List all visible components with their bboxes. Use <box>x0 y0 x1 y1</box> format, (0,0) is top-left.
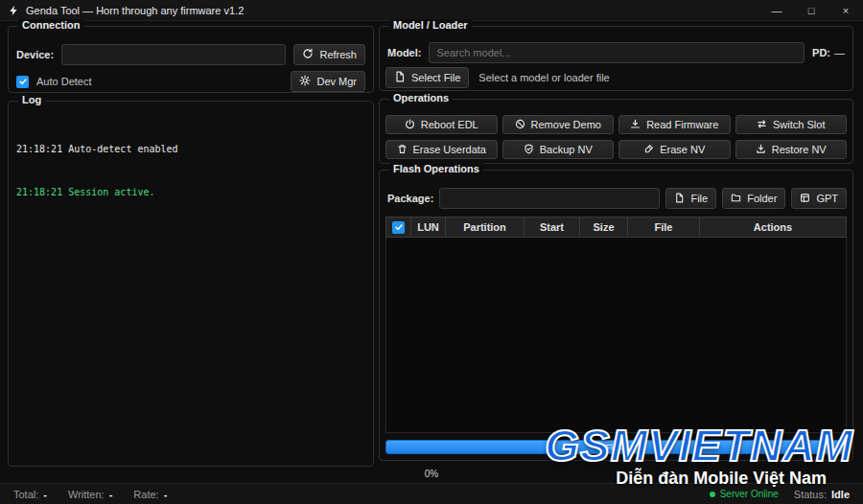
log-group-title: Log <box>18 94 45 105</box>
backup-nv-button[interactable]: Backup NV <box>502 140 615 159</box>
remove-demo-button[interactable]: Remove Demo <box>502 115 615 134</box>
status-state: Status: Idle <box>794 489 850 500</box>
refresh-icon <box>302 48 314 61</box>
app-bolt-icon <box>8 5 19 16</box>
auto-detect-label: Auto Detect <box>36 76 91 87</box>
connection-group: Connection Device: Refresh Auto Detect D… <box>8 26 374 93</box>
download-icon <box>630 119 641 131</box>
progress-percent-label: 0% <box>0 469 863 479</box>
status-rate: Rate: - <box>133 489 167 500</box>
switch-slot-button[interactable]: Switch Slot <box>735 115 848 134</box>
close-button[interactable]: × <box>828 0 863 20</box>
package-file-button[interactable]: File <box>665 188 716 209</box>
flash-operations-group: Flash Operations Package: File Folder <box>379 170 853 461</box>
partition-table-body <box>385 238 847 433</box>
flash-operations-group-title: Flash Operations <box>389 163 483 174</box>
file-icon <box>394 71 406 84</box>
table-icon <box>800 193 810 205</box>
erase-userdata-button[interactable]: Erase Userdata <box>385 140 498 159</box>
pd-indicator: PD: — <box>812 47 845 58</box>
titlebar: Genda Tool — Horn through any firmware v… <box>0 0 863 21</box>
restore-icon <box>756 144 766 156</box>
column-header-size: Size <box>580 218 628 237</box>
reboot-edl-button[interactable]: Reboot EDL <box>385 115 498 134</box>
swap-icon <box>757 119 767 131</box>
model-label: Model: <box>387 47 421 58</box>
connection-group-title: Connection <box>18 19 84 31</box>
folder-icon <box>731 193 741 205</box>
power-icon <box>405 119 415 131</box>
block-icon <box>515 119 525 131</box>
auto-detect-checkbox[interactable] <box>16 76 29 88</box>
column-header-partition: Partition <box>446 218 525 237</box>
restore-nv-button[interactable]: Restore NV <box>735 140 848 159</box>
column-header-actions: Actions <box>700 218 846 237</box>
server-online-dot <box>710 492 715 497</box>
refresh-button[interactable]: Refresh <box>293 44 365 65</box>
app-window: Genda Tool — Horn through any firmware v… <box>0 0 863 504</box>
select-all-checkbox[interactable] <box>392 221 405 234</box>
window-title: Genda Tool — Horn through any firmware v… <box>26 5 244 16</box>
column-header-file: File <box>628 218 700 237</box>
window-controls: — □ × <box>759 0 863 20</box>
select-file-hint: Select a model or loader file <box>478 72 609 83</box>
column-header-lun: LUN <box>411 218 446 237</box>
package-input[interactable] <box>439 188 660 209</box>
log-line: 21:18:21 Auto-detect enabled <box>16 142 365 156</box>
model-loader-group-title: Model / Loader <box>389 19 472 31</box>
minimize-button[interactable]: — <box>759 0 794 20</box>
read-firmware-button[interactable]: Read Firmware <box>618 115 731 134</box>
trash-icon <box>397 144 408 156</box>
package-label: Package: <box>387 193 433 204</box>
log-view: 21:18:21 Auto-detect enabled 21:18:21 Se… <box>16 113 365 458</box>
operations-group: Operations Reboot EDL Remove Demo Read F… <box>379 99 853 164</box>
maximize-button[interactable]: □ <box>794 0 828 20</box>
log-group: Log 21:18:21 Auto-detect enabled 21:18:2… <box>8 101 374 467</box>
gpt-button[interactable]: GPT <box>791 188 847 209</box>
model-search-input[interactable] <box>429 42 805 63</box>
shield-check-icon <box>524 144 534 156</box>
file-icon <box>674 193 685 205</box>
device-input[interactable] <box>61 44 286 65</box>
flash-button[interactable]: Flash <box>385 440 847 454</box>
operations-group-title: Operations <box>389 92 453 103</box>
partition-table-header: LUN Partition Start Size File Actions <box>385 217 847 238</box>
package-folder-button[interactable]: Folder <box>722 188 785 209</box>
column-header-start: Start <box>525 218 580 237</box>
status-bar: Total: - Written: - Rate: - Server Onlin… <box>0 483 863 504</box>
select-file-button[interactable]: Select File <box>385 67 469 88</box>
server-status: Server Online <box>710 489 779 499</box>
dev-mgr-button[interactable]: Dev Mgr <box>291 71 365 92</box>
erase-nv-button[interactable]: Erase NV <box>618 140 731 159</box>
gear-icon <box>299 75 311 88</box>
status-written: Written: - <box>68 489 112 500</box>
eraser-icon <box>643 144 654 156</box>
status-total: Total: - <box>13 489 47 500</box>
log-line: 21:18:21 Session active. <box>16 185 365 199</box>
model-loader-group: Model / Loader Model: PD: — Select File … <box>379 26 853 91</box>
device-label: Device: <box>16 49 54 60</box>
